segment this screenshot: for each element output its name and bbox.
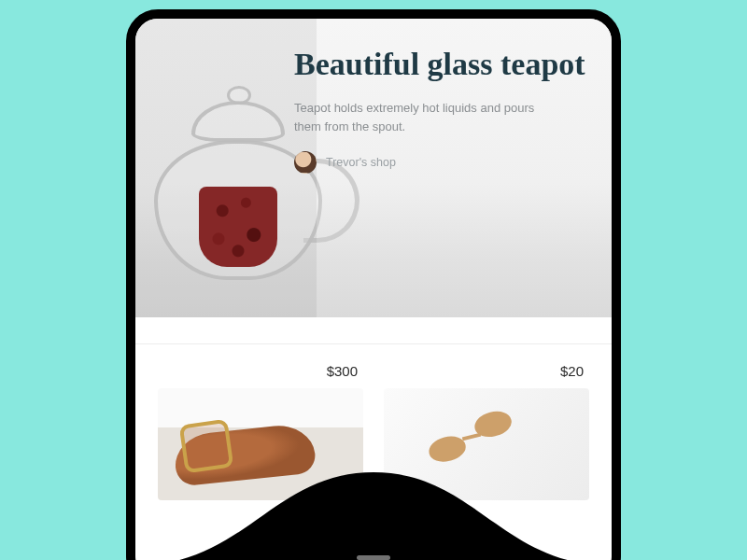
seller-row[interactable]: Trevor's shop — [294, 151, 589, 174]
device-frame: Beautiful glass teapot Teapot holds extr… — [126, 9, 621, 560]
product-title: Beautiful glass teapot — [294, 47, 589, 82]
product-card[interactable]: $20 — [384, 359, 589, 500]
product-thumbnail-belt — [158, 388, 363, 500]
home-indicator[interactable] — [357, 555, 390, 560]
product-grid: $300 $20 — [135, 344, 612, 500]
seller-avatar — [294, 151, 317, 174]
seller-name: Trevor's shop — [326, 156, 396, 169]
product-price: $300 — [158, 359, 363, 388]
product-thumbnail-sunglasses — [384, 388, 589, 500]
hero-content: Beautiful glass teapot Teapot holds extr… — [294, 47, 589, 174]
product-card[interactable]: $300 — [158, 359, 363, 500]
product-description: Teapot holds extremely hot liquids and p… — [294, 99, 537, 136]
hero-section: Beautiful glass teapot Teapot holds extr… — [135, 19, 612, 317]
product-price: $20 — [384, 359, 589, 388]
